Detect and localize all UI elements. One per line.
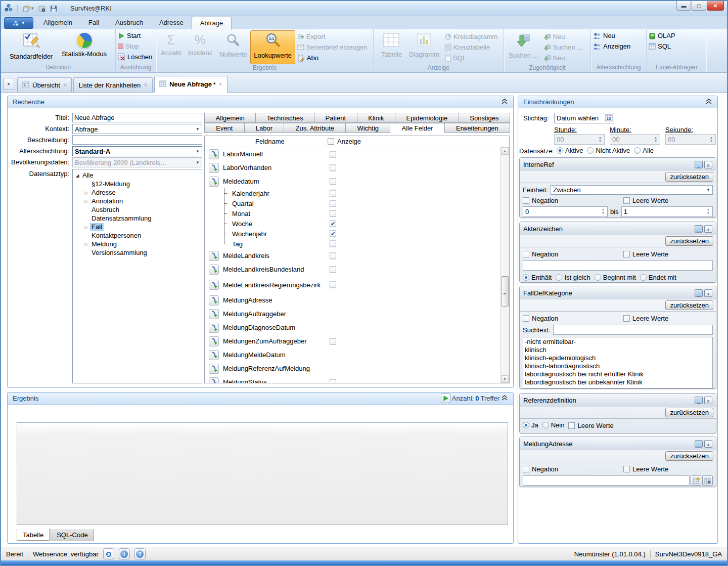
- add-restriction-button[interactable]: [209, 251, 219, 261]
- minimize-restriction-button[interactable]: _: [695, 289, 703, 297]
- close-restriction-button[interactable]: x: [704, 161, 712, 168]
- grid-new-button[interactable]: [691, 475, 701, 486]
- negation-checkbox[interactable]: Negation: [523, 197, 558, 204]
- spinner-arrows-icon[interactable]: ▲▼: [705, 207, 712, 216]
- beschreibung-input[interactable]: [72, 135, 202, 145]
- aktenzeichen-option-endet-mit[interactable]: Endet mit: [640, 274, 676, 281]
- anzeige-checkbox[interactable]: [330, 190, 336, 197]
- document-tab-liste-der-krankheiten[interactable]: Liste der Krankheiten✕: [73, 77, 152, 92]
- minimize-button[interactable]: ▬: [676, 1, 691, 11]
- field-tab-patient[interactable]: Patient: [314, 113, 357, 123]
- add-restriction-button[interactable]: [209, 149, 219, 159]
- tabelle-button[interactable]: Tabelle: [378, 30, 405, 64]
- tree-item-datensatzsammlung[interactable]: Datensatzsammlung: [73, 214, 202, 223]
- anzeige-checkbox[interactable]: [330, 151, 336, 157]
- inzidenz-button[interactable]: %Inzidenz: [185, 30, 216, 64]
- leere-werte-checkbox[interactable]: Leere Werte: [623, 197, 668, 204]
- tree-item-ausbruch[interactable]: Ausbruch: [73, 205, 202, 214]
- add-restriction-button[interactable]: [209, 265, 219, 275]
- titel-input[interactable]: [72, 113, 202, 122]
- close-button[interactable]: ✕: [707, 1, 724, 11]
- tree-item-kontaktpersonen[interactable]: Kontaktpersonen: [73, 231, 202, 240]
- olap-button[interactable]: OLAP: [649, 30, 704, 41]
- tree-item-12-meldung[interactable]: §12-Meldung: [73, 180, 202, 188]
- datensaetze-option-nicht-aktive[interactable]: Nicht Aktive: [587, 147, 630, 154]
- anzeige-checkbox[interactable]: [330, 210, 336, 217]
- aktenzeichen-option-beginnt-mit[interactable]: Beginnt mit: [595, 274, 636, 281]
- minimize-restriction-button[interactable]: _: [695, 225, 703, 233]
- add-restriction-button[interactable]: [209, 295, 219, 306]
- field-list-scrollbar[interactable]: ▲ ▼: [500, 147, 509, 383]
- anzeige-checkbox[interactable]: [330, 200, 336, 207]
- sql-excel-button[interactable]: SQL: [649, 41, 704, 52]
- falldef-option-klinisch-labordiagnostisch[interactable]: klinisch-labordiagnostisch: [525, 362, 711, 370]
- tree-item-versionssammlung[interactable]: Versionssammlung: [73, 248, 202, 257]
- leere-werte-checkbox[interactable]: Leere Werte: [623, 315, 668, 322]
- zugehoerigkeit-neu-button[interactable]: Neu: [544, 31, 583, 42]
- tree-expander-icon[interactable]: ▷: [83, 225, 90, 230]
- add-restriction-button[interactable]: [209, 350, 219, 360]
- zugehoerigkeit-suchen-button[interactable]: Suchen ...: [505, 30, 542, 64]
- kreisdiagramm-button[interactable]: Kreisdiagramm: [445, 31, 497, 42]
- anzeige-all-checkbox[interactable]: [328, 138, 334, 145]
- negation-checkbox[interactable]: Negation: [523, 315, 558, 322]
- ribbon-tab-abfrage[interactable]: Abfrage: [192, 17, 232, 30]
- save-to-db-button[interactable]: [38, 5, 47, 13]
- meldungadresse-input[interactable]: [523, 475, 690, 486]
- tree-item-alle[interactable]: ◢Alle: [73, 171, 202, 180]
- maximize-button[interactable]: ▢: [692, 1, 706, 11]
- nullwerte-button[interactable]: Nullwerte: [216, 30, 250, 64]
- bis-spinner[interactable]: 1▲▼: [621, 206, 713, 217]
- zugehoerigkeit-neu2-button[interactable]: Neu: [544, 53, 583, 63]
- tree-item-adresse[interactable]: ▷Adresse: [73, 188, 202, 197]
- scroll-up-icon[interactable]: ▲: [501, 147, 509, 155]
- anzeige-checkbox[interactable]: [330, 338, 336, 344]
- sekunde-spinner[interactable]: 00▲▼: [665, 134, 716, 145]
- field-tab-zus-attribute[interactable]: Zus. Attribute: [284, 123, 346, 133]
- close-restriction-button[interactable]: x: [704, 397, 712, 404]
- field-tab-alle-felder[interactable]: Alle Felder: [390, 123, 445, 133]
- loeschen-button[interactable]: Löschen: [118, 52, 154, 62]
- calendar-icon[interactable]: 15: [605, 113, 613, 123]
- reset-button[interactable]: zurücksetzen: [665, 451, 713, 461]
- minimize-restriction-button[interactable]: _: [695, 161, 703, 168]
- kontext-select[interactable]: Abfrage▼: [72, 124, 202, 134]
- stichtag-datepicker[interactable]: Datum wählen 15: [554, 113, 614, 123]
- reset-button[interactable]: zurücksetzen: [665, 300, 713, 310]
- add-restriction-button[interactable]: [209, 177, 219, 187]
- add-restriction-button[interactable]: [209, 323, 219, 333]
- spinner-arrows-icon[interactable]: ▲▼: [600, 207, 607, 216]
- abo-button[interactable]: Abo: [297, 53, 368, 63]
- export-button[interactable]: Export: [297, 31, 368, 42]
- sql-anzeige-button[interactable]: SQL: [445, 53, 497, 63]
- tab-tabelle[interactable]: Tabelle: [17, 529, 50, 541]
- diagramm-button[interactable]: Diagramm: [405, 30, 443, 64]
- collapse-chevron-icon[interactable]: [705, 98, 712, 106]
- help-button[interactable]: ?: [134, 548, 146, 559]
- add-restriction-button[interactable]: [209, 163, 219, 173]
- tree-item-annotation[interactable]: ▷Annotation: [73, 197, 202, 205]
- reset-button[interactable]: zurücksetzen: [665, 408, 713, 417]
- collapse-chevron-icon[interactable]: [501, 98, 508, 106]
- tree-expander-icon[interactable]: ▷: [83, 190, 90, 195]
- grid-search-button[interactable]: [702, 475, 713, 486]
- scroll-down-icon[interactable]: ▼: [501, 375, 509, 383]
- close-tab-icon[interactable]: ✕: [144, 82, 148, 88]
- refresh-button[interactable]: [103, 548, 114, 559]
- leere-werte-checkbox[interactable]: Leere Werte: [623, 250, 668, 258]
- lookupwerte-button[interactable]: 1:1Lookupwerte: [250, 30, 295, 64]
- ribbon-tab-allgemein[interactable]: Allgemein: [35, 17, 80, 29]
- new-record-button[interactable]: ▼: [22, 5, 35, 13]
- feinheit-select[interactable]: Zwischen▼: [551, 185, 713, 195]
- spinner-arrows-icon[interactable]: ▲▼: [597, 135, 604, 144]
- falldef-option-labordiagnostisch-bei-unbekannter-klinik[interactable]: labordiagnostisch bei unbekannter Klinik: [525, 378, 711, 386]
- scrollbar-thumb[interactable]: [501, 276, 509, 307]
- anzeige-checkbox[interactable]: [330, 241, 336, 247]
- close-tab-icon[interactable]: ✕: [63, 82, 67, 88]
- anzeige-checkbox[interactable]: [330, 231, 336, 237]
- info-button[interactable]: i: [119, 548, 130, 559]
- referenz-option-ja[interactable]: Ja: [523, 421, 538, 429]
- save-button[interactable]: [50, 5, 58, 13]
- falldef-option-klinisch-epidemiologisch[interactable]: klinisch-epidemiologisch: [525, 354, 711, 362]
- reset-button[interactable]: zurücksetzen: [665, 172, 713, 182]
